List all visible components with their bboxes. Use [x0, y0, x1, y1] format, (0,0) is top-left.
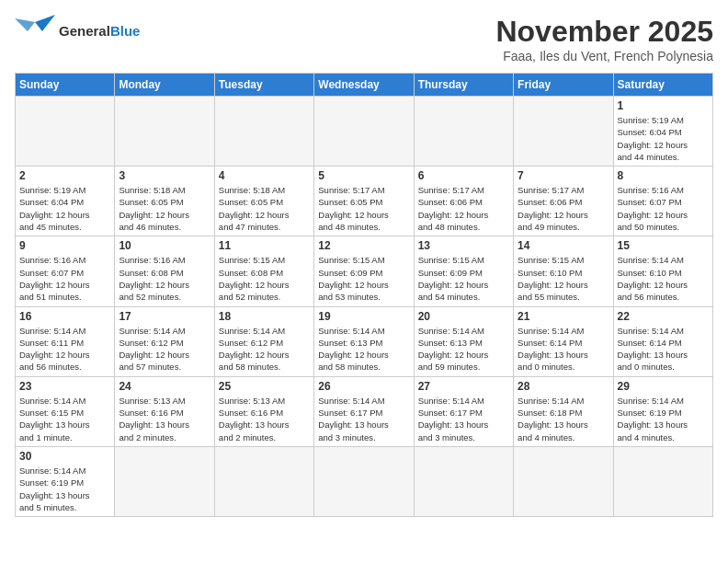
calendar-week-row: 23Sunrise: 5:14 AM Sunset: 6:15 PM Dayli… [16, 376, 713, 446]
day-info: Sunrise: 5:13 AM Sunset: 6:16 PM Dayligh… [119, 395, 210, 443]
day-info: Sunrise: 5:16 AM Sunset: 6:08 PM Dayligh… [119, 254, 210, 303]
calendar: SundayMondayTuesdayWednesdayThursdayFrid… [15, 73, 713, 517]
svg-marker-0 [35, 15, 55, 31]
day-info: Sunrise: 5:16 AM Sunset: 6:07 PM Dayligh… [618, 184, 709, 233]
calendar-cell: 30Sunrise: 5:14 AM Sunset: 6:19 PM Dayli… [16, 446, 115, 516]
calendar-cell: 1Sunrise: 5:19 AM Sunset: 6:04 PM Daylig… [613, 97, 712, 167]
logo-text: GeneralBlue [59, 24, 140, 40]
day-of-week-header: Thursday [414, 74, 513, 97]
day-info: Sunrise: 5:14 AM Sunset: 6:17 PM Dayligh… [318, 395, 409, 443]
day-info: Sunrise: 5:14 AM Sunset: 6:10 PM Dayligh… [618, 254, 709, 303]
day-info: Sunrise: 5:14 AM Sunset: 6:19 PM Dayligh… [618, 395, 709, 443]
calendar-cell [514, 446, 613, 516]
calendar-cell [314, 446, 414, 516]
header: GeneralBlue November 2025 Faaa, Iles du … [15, 15, 713, 63]
calendar-cell: 3Sunrise: 5:18 AM Sunset: 6:05 PM Daylig… [115, 167, 214, 236]
calendar-cell [16, 97, 115, 167]
calendar-cell: 6Sunrise: 5:17 AM Sunset: 6:06 PM Daylig… [414, 167, 513, 236]
day-info: Sunrise: 5:14 AM Sunset: 6:14 PM Dayligh… [518, 325, 609, 373]
calendar-week-row: 9Sunrise: 5:16 AM Sunset: 6:07 PM Daylig… [16, 236, 713, 306]
day-info: Sunrise: 5:19 AM Sunset: 6:04 PM Dayligh… [618, 114, 709, 163]
day-of-week-header: Friday [514, 74, 613, 97]
day-number: 21 [518, 310, 609, 323]
calendar-cell [115, 97, 214, 167]
calendar-cell [314, 97, 414, 167]
calendar-cell: 15Sunrise: 5:14 AM Sunset: 6:10 PM Dayli… [613, 236, 712, 306]
day-info: Sunrise: 5:18 AM Sunset: 6:05 PM Dayligh… [119, 184, 210, 233]
calendar-cell [613, 446, 712, 516]
day-number: 20 [418, 310, 509, 323]
day-of-week-header: Sunday [16, 74, 115, 97]
day-info: Sunrise: 5:17 AM Sunset: 6:06 PM Dayligh… [418, 184, 509, 233]
day-info: Sunrise: 5:14 AM Sunset: 6:17 PM Dayligh… [418, 395, 509, 443]
title-area: November 2025 Faaa, Iles du Vent, French… [495, 15, 713, 63]
day-number: 27 [418, 380, 509, 393]
calendar-cell: 25Sunrise: 5:13 AM Sunset: 6:16 PM Dayli… [214, 376, 313, 446]
day-info: Sunrise: 5:14 AM Sunset: 6:12 PM Dayligh… [219, 325, 310, 373]
day-of-week-header: Wednesday [314, 74, 414, 97]
logo-icon [15, 15, 55, 48]
day-number: 14 [518, 239, 609, 252]
day-number: 2 [19, 169, 110, 182]
day-number: 5 [318, 169, 409, 182]
calendar-cell [514, 97, 613, 167]
calendar-cell: 16Sunrise: 5:14 AM Sunset: 6:11 PM Dayli… [16, 306, 115, 376]
day-number: 3 [119, 169, 210, 182]
day-info: Sunrise: 5:14 AM Sunset: 6:12 PM Dayligh… [119, 325, 210, 373]
calendar-cell: 23Sunrise: 5:14 AM Sunset: 6:15 PM Dayli… [16, 376, 115, 446]
day-info: Sunrise: 5:14 AM Sunset: 6:19 PM Dayligh… [19, 465, 110, 513]
calendar-cell: 17Sunrise: 5:14 AM Sunset: 6:12 PM Dayli… [115, 306, 214, 376]
calendar-cell: 22Sunrise: 5:14 AM Sunset: 6:14 PM Dayli… [613, 306, 712, 376]
calendar-cell: 4Sunrise: 5:18 AM Sunset: 6:05 PM Daylig… [214, 167, 313, 236]
day-info: Sunrise: 5:14 AM Sunset: 6:11 PM Dayligh… [19, 325, 110, 373]
day-info: Sunrise: 5:13 AM Sunset: 6:16 PM Dayligh… [219, 395, 310, 443]
day-info: Sunrise: 5:14 AM Sunset: 6:14 PM Dayligh… [618, 325, 709, 373]
calendar-cell: 28Sunrise: 5:14 AM Sunset: 6:18 PM Dayli… [514, 376, 613, 446]
day-number: 15 [618, 239, 709, 252]
day-number: 26 [318, 380, 409, 393]
logo: GeneralBlue [15, 15, 140, 48]
calendar-cell: 20Sunrise: 5:14 AM Sunset: 6:13 PM Dayli… [414, 306, 513, 376]
calendar-cell: 2Sunrise: 5:19 AM Sunset: 6:04 PM Daylig… [16, 167, 115, 236]
calendar-cell: 27Sunrise: 5:14 AM Sunset: 6:17 PM Dayli… [414, 376, 513, 446]
calendar-header-row: SundayMondayTuesdayWednesdayThursdayFrid… [16, 74, 713, 97]
day-number: 13 [418, 239, 509, 252]
calendar-cell: 13Sunrise: 5:15 AM Sunset: 6:09 PM Dayli… [414, 236, 513, 306]
day-info: Sunrise: 5:14 AM Sunset: 6:13 PM Dayligh… [418, 325, 509, 373]
calendar-cell: 24Sunrise: 5:13 AM Sunset: 6:16 PM Dayli… [115, 376, 214, 446]
calendar-cell: 14Sunrise: 5:15 AM Sunset: 6:10 PM Dayli… [514, 236, 613, 306]
calendar-cell: 10Sunrise: 5:16 AM Sunset: 6:08 PM Dayli… [115, 236, 214, 306]
day-number: 10 [119, 239, 210, 252]
day-number: 18 [219, 310, 310, 323]
day-info: Sunrise: 5:15 AM Sunset: 6:09 PM Dayligh… [418, 254, 509, 303]
day-info: Sunrise: 5:17 AM Sunset: 6:06 PM Dayligh… [518, 184, 609, 233]
calendar-cell [414, 97, 513, 167]
day-number: 17 [119, 310, 210, 323]
day-number: 23 [19, 380, 110, 393]
day-info: Sunrise: 5:14 AM Sunset: 6:15 PM Dayligh… [19, 395, 110, 443]
month-title: November 2025 [495, 15, 713, 49]
calendar-cell: 19Sunrise: 5:14 AM Sunset: 6:13 PM Dayli… [314, 306, 414, 376]
day-number: 24 [119, 380, 210, 393]
calendar-cell [115, 446, 214, 516]
calendar-cell: 8Sunrise: 5:16 AM Sunset: 6:07 PM Daylig… [613, 167, 712, 236]
day-number: 11 [219, 239, 310, 252]
day-number: 8 [618, 169, 709, 182]
calendar-cell: 5Sunrise: 5:17 AM Sunset: 6:05 PM Daylig… [314, 167, 414, 236]
calendar-cell [214, 446, 313, 516]
calendar-cell: 26Sunrise: 5:14 AM Sunset: 6:17 PM Dayli… [314, 376, 414, 446]
subtitle: Faaa, Iles du Vent, French Polynesia [495, 49, 713, 63]
day-info: Sunrise: 5:17 AM Sunset: 6:05 PM Dayligh… [318, 184, 409, 233]
day-number: 4 [219, 169, 310, 182]
day-info: Sunrise: 5:15 AM Sunset: 6:08 PM Dayligh… [219, 254, 310, 303]
calendar-cell [414, 446, 513, 516]
calendar-cell: 29Sunrise: 5:14 AM Sunset: 6:19 PM Dayli… [613, 376, 712, 446]
calendar-week-row: 16Sunrise: 5:14 AM Sunset: 6:11 PM Dayli… [16, 306, 713, 376]
day-number: 29 [618, 380, 709, 393]
day-info: Sunrise: 5:15 AM Sunset: 6:10 PM Dayligh… [518, 254, 609, 303]
day-number: 16 [19, 310, 110, 323]
day-info: Sunrise: 5:16 AM Sunset: 6:07 PM Dayligh… [19, 254, 110, 303]
calendar-cell [214, 97, 313, 167]
day-info: Sunrise: 5:18 AM Sunset: 6:05 PM Dayligh… [219, 184, 310, 233]
calendar-week-row: 30Sunrise: 5:14 AM Sunset: 6:19 PM Dayli… [16, 446, 713, 516]
